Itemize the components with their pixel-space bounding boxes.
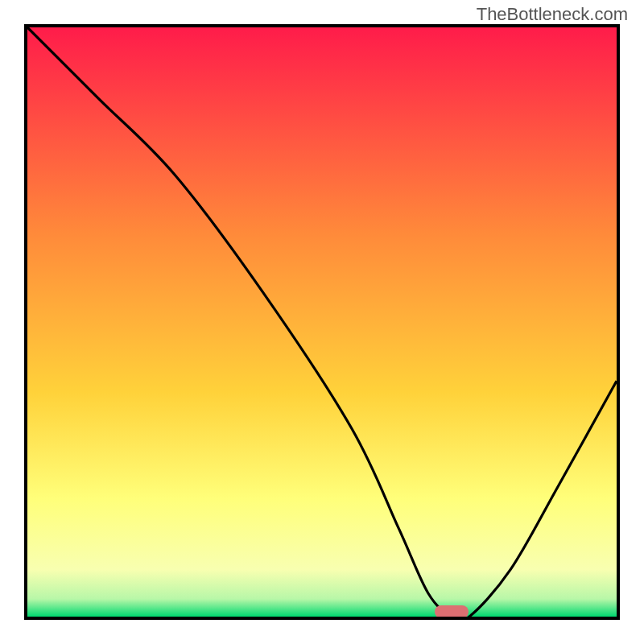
bottleneck-curve	[27, 27, 617, 617]
optimal-marker	[435, 605, 469, 618]
watermark-text: TheBottleneck.com	[477, 4, 628, 25]
plot-frame	[24, 24, 620, 620]
